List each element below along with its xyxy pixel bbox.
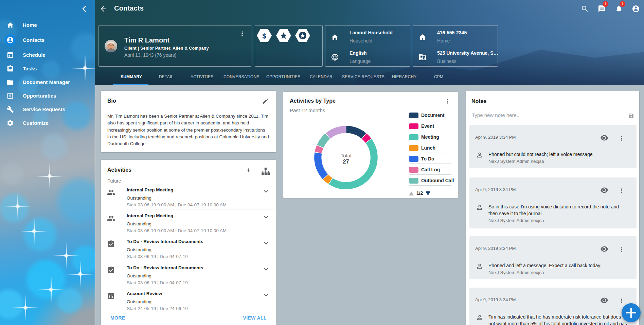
svg-text:$: $ bbox=[9, 94, 11, 98]
svg-text:$: $ bbox=[262, 32, 266, 40]
